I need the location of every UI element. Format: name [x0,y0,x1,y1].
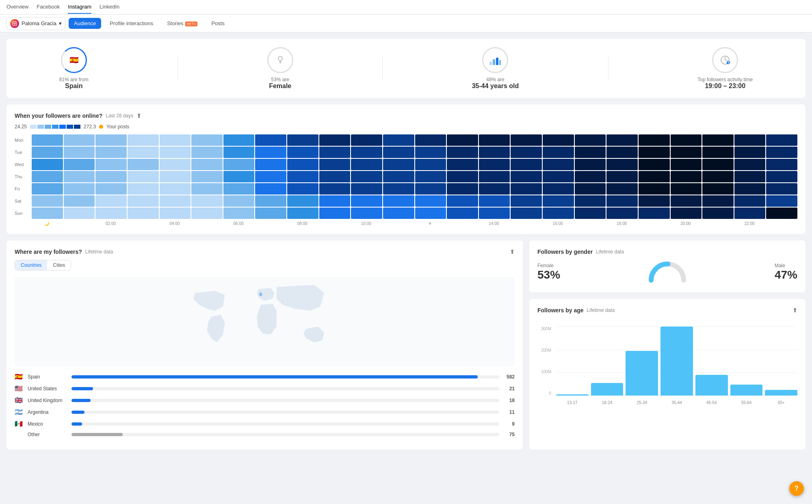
country-row: 🇦🇷Argentina11 [15,408,515,416]
country-name: Mexico [28,421,68,427]
gender-title: Followers by gender Lifetime data [537,249,797,255]
country-value: 21 [502,386,515,392]
svg-rect-6 [489,62,492,65]
nav-instagram[interactable]: Instagram [68,0,91,14]
country-sublabel: 81% are from [59,77,89,82]
age-title: Followers by age Lifetime data ⬆ [537,307,797,314]
gender-donut [568,260,767,284]
divider [178,56,178,81]
country-row: Other75 [15,432,515,437]
svg-rect-9 [499,60,501,65]
age-bar-group [626,327,658,396]
country-row: 🇲🇽Mexico9 [15,420,515,428]
svg-point-1 [14,23,15,24]
country-value: 75 [502,432,515,437]
gender-value: Female [269,82,291,89]
age-bar-label: 45-54 [695,397,728,408]
age-bar-group [730,327,763,396]
female-label: Female [537,263,560,268]
activity-value: 19:00 – 23:00 [705,82,745,89]
age-circle [482,47,508,73]
age-bar-label: 65+ [765,397,797,408]
country-row: 🇬🇧United Kingdom18 [15,396,515,404]
country-row: 🇺🇸United States21 [15,385,515,392]
online-section: When your followers are online? Last 28 … [6,104,806,234]
country-value: 582 [502,374,515,380]
location-title: Where are my followers? Lifetime data ⬆ [15,249,515,255]
svg-point-3 [278,56,282,61]
export-icon-location[interactable]: ⬆ [510,249,515,255]
online-title: When your followers are online? Last 28 … [15,112,797,119]
activity-circle [712,47,738,73]
gender-female: Female 53% [537,263,560,281]
age-sublabel: 48% are [486,77,505,82]
world-map [15,277,515,366]
y-label-300: 300M [541,327,551,331]
export-icon-age[interactable]: ⬆ [793,307,797,314]
gender-card: Followers by gender Lifetime data Female… [529,240,806,292]
nav-linkedin[interactable]: LinkedIn [100,0,119,14]
followers-location: Where are my followers? Lifetime data ⬆ … [6,240,523,450]
summary-country: 🇪🇸 81% are from Spain [59,47,89,90]
activity-sublabel: Top followers activity time [697,77,753,82]
beta-badge: BETA [185,22,198,26]
right-col: Followers by gender Lifetime data Female… [529,240,806,450]
heatmap-legend: 24.25 272.3 Your posts [15,124,797,130]
summary-card: 🇪🇸 81% are from Spain 53% are Female [6,39,806,98]
age-value: 35-44 years old [472,82,519,89]
nav-overview[interactable]: Overview [6,0,28,14]
instagram-icon [10,19,19,28]
btn-stories[interactable]: StoriesBETA [162,18,203,29]
country-name: Other [28,432,68,437]
location-tabs: Countries Cities [15,260,71,270]
summary-age: 48% are 35-44 years old [472,47,519,90]
btn-profile-interactions[interactable]: Profile interactions [104,18,158,29]
export-icon[interactable]: ⬆ [136,112,141,119]
tab-countries[interactable]: Countries [15,260,47,270]
top-nav: Overview Facebook Instagram LinkedIn [0,0,812,15]
country-circle: 🇪🇸 [61,47,87,73]
summary-gender: 53% are Female [267,47,293,90]
age-chart-container: 300M 200M 100M 0 13-1718- [537,318,797,408]
country-list: 🇪🇸Spain582🇺🇸United States21🇬🇧United King… [15,373,515,437]
btn-audience[interactable]: Audience [69,18,101,29]
y-label-0: 0 [549,391,551,396]
age-bar-group [591,327,624,396]
y-label-200: 200M [541,348,551,353]
divider2 [382,56,383,81]
gender-stats: Female 53% Male 47% [537,260,797,284]
country-value: 18 [502,398,515,403]
country-name: Spain [28,374,68,380]
gender-subtitle: Lifetime data [596,249,624,255]
male-label: Male [775,263,797,268]
country-value: 9 [502,421,515,427]
age-bar-group [556,327,589,396]
country-value: 11 [502,409,515,415]
online-subtitle: Last 28 days [106,113,133,119]
your-posts-label: Your posts [106,124,129,130]
nav-facebook[interactable]: Facebook [37,0,60,14]
summary-activity: Top followers activity time 19:00 – 23:0… [697,47,753,90]
your-posts-dot [99,125,103,129]
chevron-down-icon: ▾ [59,20,62,26]
location-subtitle: Lifetime data [85,249,113,255]
age-bar-label: 35-44 [660,397,693,408]
two-col-section: Where are my followers? Lifetime data ⬆ … [6,240,806,450]
female-value: 53% [537,268,560,281]
age-bar-group [660,327,693,396]
age-bar-group [695,327,728,396]
country-name: United States [28,386,68,392]
tab-cities[interactable]: Cities [47,260,71,270]
age-bar-label: 13-17 [556,397,589,408]
gender-male: Male 47% [775,263,797,281]
divider3 [608,56,608,81]
age-bar-label: 25-34 [626,397,658,408]
sub-nav: Paloma Gracia ▾ Audience Profile interac… [0,15,812,32]
gender-circle [267,47,293,73]
country-name: Argentina [28,409,68,415]
account-selector[interactable]: Paloma Gracia ▾ [6,17,65,30]
svg-rect-8 [496,58,498,65]
account-name: Paloma Gracia [22,20,56,26]
btn-posts[interactable]: Posts [206,18,230,29]
main-content: 🇪🇸 81% are from Spain 53% are Female [0,32,812,456]
